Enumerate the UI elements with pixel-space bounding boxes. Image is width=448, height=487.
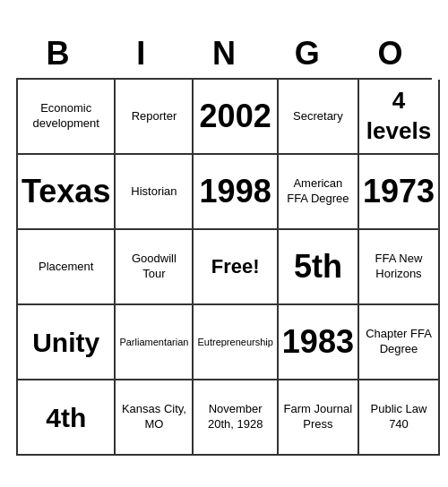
header-letter: I — [99, 31, 183, 76]
bingo-cell: Economic development — [18, 80, 116, 155]
bingo-cell: Farm Journal Press — [279, 380, 359, 456]
bingo-cell: 5th — [279, 230, 359, 305]
bingo-cell: Secretary — [279, 80, 359, 155]
bingo-cell: 4 levels — [359, 80, 440, 155]
bingo-cell: 1998 — [194, 155, 278, 230]
bingo-cell: Free! — [194, 230, 278, 305]
bingo-cell: Public Law 740 — [359, 380, 440, 456]
bingo-header: BINGO — [16, 31, 432, 76]
bingo-cell: Reporter — [116, 80, 194, 155]
bingo-cell: Texas — [18, 155, 116, 230]
bingo-cell: 2002 — [194, 80, 278, 155]
bingo-cell: 1973 — [359, 155, 440, 230]
bingo-cell: November 20th, 1928 — [194, 380, 278, 456]
bingo-card: BINGO Economic developmentReporter2002Se… — [9, 24, 439, 463]
bingo-cell: Kansas City, MO — [116, 380, 194, 456]
bingo-cell: Eutrepreneurship — [194, 305, 278, 380]
bingo-cell: Goodwill Tour — [116, 230, 194, 305]
bingo-cell: Unity — [18, 305, 116, 380]
bingo-cell: 4th — [18, 380, 116, 456]
bingo-cell: Placement — [18, 230, 116, 305]
header-letter: B — [16, 31, 99, 76]
bingo-cell: Chapter FFA Degree — [359, 305, 440, 380]
bingo-cell: 1983 — [279, 305, 359, 380]
bingo-cell: American FFA Degree — [279, 155, 359, 230]
header-letter: O — [349, 31, 432, 76]
bingo-cell: Historian — [116, 155, 194, 230]
header-letter: N — [183, 31, 266, 76]
header-letter: G — [265, 31, 349, 76]
bingo-cell: Parliamentarian — [116, 305, 194, 380]
bingo-cell: FFA New Horizons — [359, 230, 440, 305]
bingo-grid: Economic developmentReporter2002Secretar… — [16, 78, 432, 456]
